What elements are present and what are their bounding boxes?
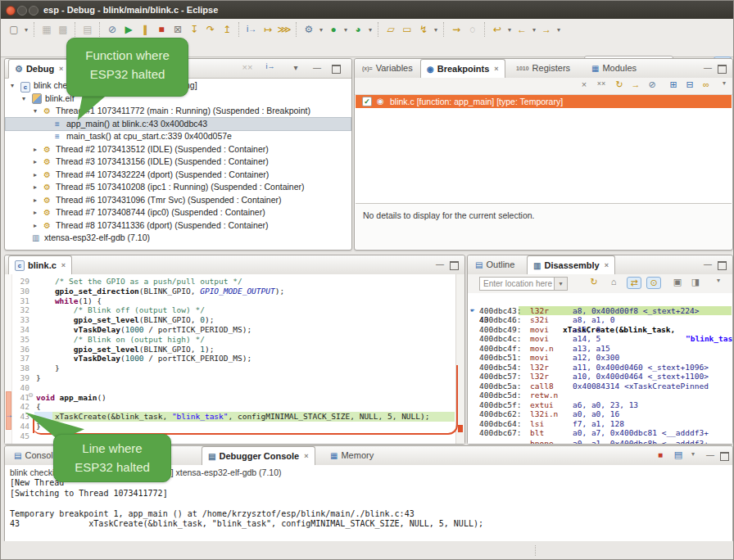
disassembly-content[interactable]: → ▪ 43 xTaskCreate(&blink_task, "blink_t… — [468, 293, 732, 444]
disassembly-source-line[interactable]: ▪ 43 xTaskCreate(&blink_task, "blink_tas — [468, 296, 732, 306]
tree-item-frame-main-task[interactable]: ≡ main_task() at cpu_start.c:339 0x400d0… — [6, 130, 351, 142]
close-icon[interactable]: × — [59, 65, 63, 73]
tab-debug[interactable]: ⚙ Debug × — [8, 59, 70, 79]
tree-item-thread5[interactable]: ▸ ⚙ Thread #5 1073410208 (ipc1 : Running… — [6, 181, 351, 193]
resume-icon[interactable]: ▶ — [120, 21, 137, 38]
pin-view-icon[interactable]: ◨ — [689, 277, 702, 287]
expander-icon[interactable]: ▸ — [34, 169, 37, 181]
paint-icon[interactable]: ⇝ — [448, 21, 464, 38]
thread-view-icon[interactable]: i→ — [264, 62, 277, 70]
forward-menu-caret[interactable]: ▾ — [555, 26, 563, 34]
expander-icon[interactable]: ▸ — [34, 181, 37, 193]
disassembly-row[interactable]: 400dbc62:l32i.na0, a0, 16 — [468, 409, 732, 419]
debug-menu-caret[interactable]: ▾ — [317, 26, 325, 34]
tree-item-thread3[interactable]: ▸ ⚙ Thread #3 1073413156 (IDLE) (Suspend… — [6, 156, 351, 168]
expander-icon[interactable]: ▸ — [34, 206, 37, 219]
window-close-button[interactable] — [6, 6, 16, 16]
new-icon[interactable]: ▢ — [6, 21, 22, 38]
tab-disassembly[interactable]: ▥ Disassembly × — [527, 255, 615, 275]
new-view-icon[interactable]: ▣ — [671, 277, 684, 287]
tab-blink-c[interactable]: c blink.c × — [8, 255, 72, 275]
mark-occurrences-icon[interactable]: ◌ — [464, 21, 481, 38]
remove-breakpoint-icon[interactable]: × — [578, 79, 591, 89]
forward-icon[interactable]: → — [538, 21, 555, 38]
tree-item-thread7[interactable]: ▸ ⚙ Thread #7 1073408744 (ipc0) (Suspend… — [6, 206, 351, 219]
minimize-icon[interactable]: — — [702, 63, 714, 73]
window-maximize-button[interactable] — [29, 6, 39, 16]
tab-breakpoints[interactable]: ◉ Breakpoints × — [420, 59, 505, 79]
disassembly-row[interactable]: 400dbc64:lsif7, a1, 128 — [468, 419, 732, 429]
last-edit-caret[interactable]: ▾ — [505, 26, 514, 34]
run-menu-caret[interactable]: ▾ — [342, 26, 350, 34]
skip-all-breakpoints-icon[interactable]: ⊘ — [646, 79, 659, 90]
breakpoint-row[interactable]: ✓ ◉ blink.c [function: app_main] [type: … — [356, 95, 732, 108]
location-input[interactable]: Enter location here — [479, 277, 555, 291]
editor-content[interactable]: → ⊖ 29 /* Set the GPIO as a push/pull ou… — [5, 274, 464, 444]
view-menu-icon[interactable]: ▾ — [718, 79, 731, 87]
disconnect-icon[interactable]: ⊠ — [170, 21, 186, 38]
refresh-icon[interactable]: ↻ — [587, 277, 600, 287]
expander-icon[interactable]: ▾ — [22, 93, 25, 105]
breakpoint-checkbox[interactable]: ✓ — [362, 97, 372, 106]
tab-debugger-console[interactable]: ▤ Debugger Console × — [202, 446, 315, 466]
location-dropdown-caret[interactable]: ▾ — [555, 277, 568, 291]
maximize-icon[interactable] — [332, 65, 341, 74]
disassembly-row[interactable]: 400dbc43:l32ra8, 0x400d00f8 <_stext+224> — [468, 306, 732, 316]
remove-all-terminated-icon[interactable]: ×× — [241, 62, 254, 72]
import-project-icon[interactable]: ▭ — [399, 21, 415, 38]
expander-icon[interactable]: ▸ — [34, 143, 37, 156]
step-over-icon[interactable]: ↷ — [202, 21, 219, 38]
minimize-icon[interactable]: — — [434, 260, 446, 269]
profile-menu-caret[interactable]: ▾ — [366, 26, 374, 34]
expander-icon[interactable]: ▸ — [34, 194, 37, 206]
last-edit-location-icon[interactable]: ↩ — [489, 21, 505, 38]
expander-icon[interactable]: ▸ — [34, 219, 37, 232]
tab-registers[interactable]: 1010 Registers — [510, 59, 576, 77]
tab-outline[interactable]: ▤ Outline — [469, 255, 520, 273]
tab-modules[interactable]: ▦ Modules — [586, 59, 642, 77]
tree-item-thread6[interactable]: ▸ ⚙ Thread #6 1073431096 (Tmr Svc) (Susp… — [6, 194, 351, 206]
minimize-icon[interactable]: — — [705, 450, 716, 460]
disassembly-row[interactable]: 400dbc46:s32ia8, a1, 0 — [468, 315, 732, 325]
terminate-icon[interactable]: ■ — [153, 21, 170, 38]
sync-with-active-context-icon[interactable]: ⇄ — [627, 277, 641, 289]
run-to-line-icon[interactable]: i→ — [243, 21, 260, 38]
skip-all-breakpoints-icon[interactable]: ⊘ — [104, 21, 120, 38]
display-selected-console-icon[interactable]: ▤ — [672, 449, 685, 460]
expander-icon[interactable]: ▾ — [34, 105, 37, 117]
tree-item-frame-app-main[interactable]: ≡ app_main() at blink.c:43 0x400dbc43 — [6, 118, 351, 130]
overview-ruler-mark[interactable] — [458, 425, 463, 432]
tree-item-thread4[interactable]: ▸ ⚙ Thread #4 1073432224 (dport) (Suspen… — [6, 169, 351, 181]
print-icon[interactable]: ▤ — [79, 21, 96, 38]
disassembly-row[interactable]: 400dbc49:movia15, 0 — [468, 325, 732, 335]
tab-memory[interactable]: ▦ Memory — [324, 446, 379, 464]
flash-icon[interactable]: ↯ — [415, 21, 432, 38]
use-step-filters-icon[interactable]: ⋙ — [276, 21, 292, 38]
save-all-icon[interactable]: ▩ — [55, 21, 71, 38]
close-icon[interactable]: × — [605, 261, 609, 269]
expander-icon[interactable]: ▾ — [11, 79, 14, 92]
open-folder-icon[interactable]: ▱ — [383, 21, 399, 38]
step-into-icon[interactable]: ↧ — [186, 21, 202, 38]
step-return-icon[interactable]: ↥ — [219, 21, 235, 38]
back-icon[interactable]: ← — [514, 21, 530, 38]
disassembly-row[interactable]: 400dbc51:movia12, 0x300 — [468, 353, 732, 363]
disassembly-row[interactable]: 400dbc5a:call80x40084314 <xTaskCreatePin… — [468, 382, 732, 391]
disassembly-row[interactable]: 400dbc67:blta0, a7, 0x400dbc81 <__adddf3… — [468, 428, 732, 438]
maximize-icon[interactable] — [718, 65, 727, 74]
tab-variables[interactable]: (x)= Variables — [356, 59, 419, 77]
collapse-all-icon[interactable]: ⊟ — [683, 79, 696, 90]
disassembly-row[interactable]: 400dbc57:l32ra10, 0x400d0464 <_stext+110… — [468, 372, 732, 382]
maximize-icon[interactable] — [718, 261, 727, 270]
terminate-console-icon[interactable]: ■ — [654, 450, 667, 459]
tree-item-thread8[interactable]: ▸ ⚙ Thread #8 1073411336 (dport) (Suspen… — [6, 219, 351, 232]
track-expression-icon[interactable]: ⊙ — [646, 277, 661, 289]
tree-item-thread1[interactable]: ▾ ⚙ Thread #1 1073411772 (main : Running… — [6, 105, 351, 117]
minimize-icon[interactable]: — — [311, 63, 323, 73]
remove-all-breakpoints-icon[interactable]: ×× — [595, 79, 608, 88]
window-minimize-button[interactable] — [17, 6, 27, 16]
disassembly-row[interactable]: 400dbc54:l32ra11, 0x400d0460 <_stext+109… — [468, 363, 732, 373]
instruction-stepping-icon[interactable]: ↦ — [260, 21, 276, 38]
disassembly-row[interactable]: 400dbc4c:movia14, 5 — [468, 334, 732, 344]
maximize-icon[interactable] — [720, 452, 729, 461]
